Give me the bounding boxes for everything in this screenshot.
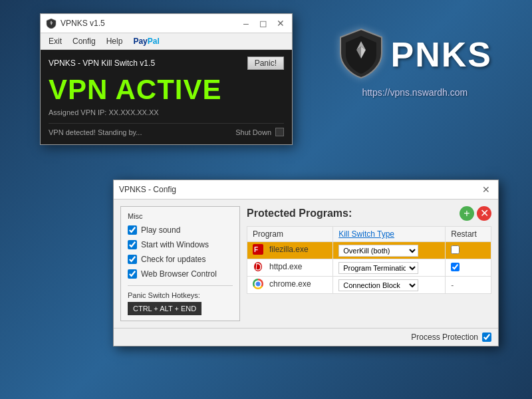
shutdown-label: Shut Down [235, 128, 271, 136]
restart-checkbox-httpd[interactable] [451, 263, 460, 271]
process-protection-label: Process Protection [411, 332, 478, 342]
menu-help[interactable]: Help [101, 35, 128, 48]
play-sound-row: Play sound [128, 225, 233, 235]
svg-text:F: F [254, 246, 258, 253]
program-filezilla: F filezilla.exe [247, 242, 333, 259]
vpn-titlebar: VPNKS v1.5 – ◻ ✕ [41, 14, 292, 33]
vpn-status-text: VPN ACTIVE [49, 74, 284, 106]
brand-section: PNKS https://vpns.nswardh.com [338, 27, 492, 98]
web-browser-label: Web Browser Control [141, 269, 217, 279]
col-restart: Restart [446, 227, 491, 242]
kill-type-filezilla: OverKill (both) Program Termination Conn… [333, 242, 446, 259]
table-row: httpd.exe Program Termination OverKill (… [247, 259, 491, 277]
restart-checkbox-filezilla[interactable] [451, 245, 460, 254]
col-program: Program [247, 227, 333, 242]
start-windows-label: Start with Windows [141, 240, 209, 249]
httpd-prog-icon: httpd.exe [253, 261, 302, 272]
hotkeys-section: Panic Switch Hotkeys: CTRL + ALT + END [128, 285, 233, 315]
kill-type-chrome: Connection Block OverKill (both) Program… [333, 277, 446, 294]
brand-logo: PNKS [338, 27, 492, 82]
brand-url: https://vpns.nswardh.com [362, 87, 467, 98]
kill-type-select-filezilla[interactable]: OverKill (both) Program Termination Conn… [338, 245, 418, 257]
config-footer: Process Protection [114, 328, 498, 346]
add-program-button[interactable]: + [460, 206, 474, 221]
vpn-detected-text: VPN detected! Standing by... [49, 128, 142, 136]
check-updates-label: Check for updates [141, 255, 205, 264]
programs-panel: Protected Programs: + ✕ Program Kill Swi… [247, 206, 491, 321]
config-body: Misc Play sound Start with Windows Check… [114, 200, 498, 328]
menu-paypal[interactable]: PayPal [128, 35, 164, 48]
chrome-prog-icon: chrome.exe [253, 279, 311, 289]
vpn-title-icon [46, 18, 57, 29]
program-httpd: httpd.exe [247, 259, 333, 277]
vpn-title-text: VPNKS v1.5 [61, 19, 236, 28]
misc-panel: Misc Play sound Start with Windows Check… [120, 206, 240, 321]
vpn-footer: VPN detected! Standing by... Shut Down [49, 123, 284, 136]
check-updates-row: Check for updates [128, 255, 233, 264]
programs-title: Protected Programs: [247, 207, 352, 219]
chrome-icon [253, 279, 263, 289]
restart-chrome: - [446, 277, 491, 294]
start-windows-row: Start with Windows [128, 240, 233, 249]
httpd-icon [253, 261, 263, 272]
vpn-window: VPNKS v1.5 – ◻ ✕ Exit Config Help PayPal… [40, 13, 293, 145]
minimize-button[interactable]: – [240, 19, 252, 28]
vpn-header-text: VPNKS - VPN Kill Switch v1.5 [49, 59, 155, 68]
kill-type-select-chrome[interactable]: Connection Block OverKill (both) Program… [338, 279, 418, 291]
program-chrome: chrome.exe [247, 277, 333, 294]
shutdown-row: Shut Down [235, 128, 284, 136]
start-windows-checkbox[interactable] [128, 240, 137, 249]
kill-type-select-httpd[interactable]: Program Termination OverKill (both) Conn… [338, 262, 418, 274]
hotkeys-label: Panic Switch Hotkeys: [128, 291, 233, 299]
remove-program-button[interactable]: ✕ [477, 206, 491, 221]
panic-button[interactable]: Panic! [247, 57, 284, 70]
menu-config[interactable]: Config [67, 35, 101, 48]
table-row: F filezilla.exe OverKill (both) Program … [247, 242, 491, 259]
programs-header-row: Protected Programs: + ✕ [247, 206, 491, 221]
restart-httpd [446, 259, 491, 277]
programs-buttons: + ✕ [460, 206, 491, 221]
table-row: chrome.exe Connection Block OverKill (bo… [247, 277, 491, 294]
close-button[interactable]: ✕ [275, 19, 287, 28]
maximize-button[interactable]: ◻ [257, 19, 269, 28]
play-sound-checkbox[interactable] [128, 225, 137, 235]
play-sound-label: Play sound [141, 225, 180, 235]
check-updates-checkbox[interactable] [128, 255, 137, 264]
filezilla-prog-icon: F filezilla.exe [253, 244, 309, 255]
vpn-header-row: VPNKS - VPN Kill Switch v1.5 Panic! [49, 57, 284, 70]
kill-type-httpd: Program Termination OverKill (both) Conn… [333, 259, 446, 277]
vpn-ip-text: Assigned VPN IP: XX.XXX.XX.XX [49, 108, 284, 116]
programs-table: Program Kill Switch Type Restart F [247, 226, 491, 294]
vpn-menubar: Exit Config Help PayPal [41, 33, 292, 50]
brand-shield-icon [338, 27, 384, 82]
config-close-button[interactable]: ✕ [479, 184, 493, 195]
col-kill-type: Kill Switch Type [333, 227, 446, 242]
misc-legend: Misc [128, 212, 233, 220]
brand-name: PNKS [391, 35, 492, 74]
restart-filezilla [446, 242, 491, 259]
shutdown-checkbox[interactable] [275, 128, 284, 136]
hotkeys-value: CTRL + ALT + END [128, 302, 201, 315]
web-browser-checkbox[interactable] [128, 269, 137, 279]
config-title-text: VPNKS - Config [119, 185, 479, 194]
process-protection-checkbox[interactable] [482, 332, 491, 342]
config-titlebar: VPNKS - Config ✕ [114, 180, 498, 200]
vpn-body: VPNKS - VPN Kill Switch v1.5 Panic! VPN … [41, 50, 292, 144]
vpn-window-controls[interactable]: – ◻ ✕ [240, 19, 287, 28]
filezilla-icon: F [253, 244, 263, 255]
menu-exit[interactable]: Exit [43, 35, 67, 48]
restart-dash-chrome: - [451, 281, 454, 290]
config-window: VPNKS - Config ✕ Misc Play sound Start w… [113, 180, 499, 346]
web-browser-row: Web Browser Control [128, 269, 233, 279]
